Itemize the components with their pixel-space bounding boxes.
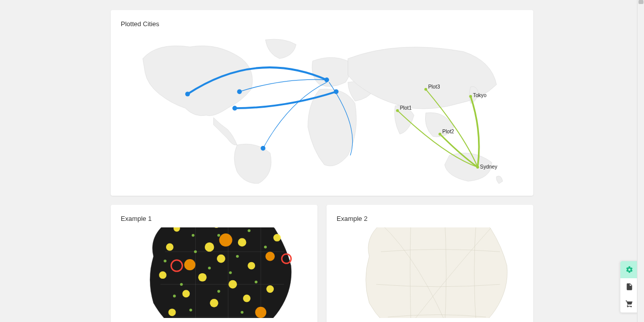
label-tokyo: Tokyo	[473, 93, 487, 98]
svg-point-44	[264, 246, 267, 249]
gear-icon	[625, 266, 633, 274]
document-icon	[625, 283, 633, 291]
svg-point-1	[237, 90, 242, 94]
svg-point-50	[248, 229, 251, 232]
svg-point-24	[198, 273, 207, 282]
svg-point-40	[208, 267, 211, 270]
svg-point-7	[439, 133, 442, 136]
svg-point-6	[396, 109, 399, 112]
svg-point-45	[164, 260, 167, 263]
svg-point-20	[205, 243, 214, 252]
svg-point-26	[182, 290, 190, 297]
svg-point-30	[166, 244, 174, 251]
svg-point-4	[325, 77, 329, 82]
svg-point-53	[173, 295, 176, 298]
card-example-2: Example 2	[327, 205, 533, 322]
svg-point-48	[189, 308, 192, 311]
svg-point-47	[240, 311, 244, 314]
svg-point-2	[232, 106, 237, 110]
settings-button[interactable]	[620, 261, 638, 278]
svg-point-42	[180, 283, 183, 286]
svg-point-12	[184, 259, 195, 270]
france-map-dark[interactable]	[121, 227, 307, 320]
card-plotted-cities: Plotted Cities	[111, 10, 533, 196]
svg-point-10	[476, 166, 479, 169]
svg-point-25	[228, 280, 237, 289]
svg-point-22	[217, 255, 225, 263]
card-title-example-2: Example 2	[337, 215, 523, 222]
svg-point-13	[255, 307, 266, 318]
label-sydney: Sydney	[480, 164, 498, 170]
label-plot1: Plot1	[400, 105, 412, 111]
svg-point-8	[424, 88, 427, 91]
cart-button[interactable]	[620, 295, 638, 312]
svg-point-23	[248, 262, 255, 270]
svg-point-3	[261, 146, 265, 150]
france-map-light[interactable]	[337, 227, 523, 320]
svg-point-32	[159, 271, 167, 279]
label-plot3: Plot3	[428, 84, 440, 90]
svg-point-39	[236, 255, 239, 258]
svg-point-41	[194, 250, 197, 253]
card-title-plotted-cities: Plotted Cities	[121, 20, 523, 28]
scrollbar-thumb[interactable]	[638, 0, 643, 4]
svg-point-11	[219, 233, 232, 247]
card-example-1: Example 1	[111, 205, 317, 322]
world-map[interactable]: Plot1 Plot2 Plot3 Tokyo Sydney	[121, 33, 523, 186]
cart-icon	[625, 300, 633, 308]
svg-point-5	[334, 90, 338, 94]
svg-point-43	[255, 281, 258, 284]
label-plot2: Plot2	[442, 129, 454, 134]
svg-point-27	[210, 299, 218, 307]
svg-point-36	[273, 234, 281, 242]
svg-point-28	[243, 295, 251, 302]
vertical-scrollbar[interactable]	[637, 0, 644, 322]
svg-point-51	[192, 234, 195, 237]
svg-point-9	[469, 95, 472, 98]
side-actions-panel	[620, 261, 639, 313]
svg-point-33	[169, 308, 176, 316]
svg-point-38	[217, 234, 220, 237]
document-button[interactable]	[620, 278, 638, 295]
svg-point-0	[185, 92, 190, 96]
card-title-example-1: Example 1	[121, 215, 307, 222]
svg-point-15	[266, 252, 275, 261]
svg-point-46	[217, 290, 220, 293]
svg-point-21	[238, 238, 247, 247]
svg-point-52	[229, 271, 232, 274]
svg-point-29	[266, 285, 274, 293]
world-landmass	[143, 39, 503, 184]
